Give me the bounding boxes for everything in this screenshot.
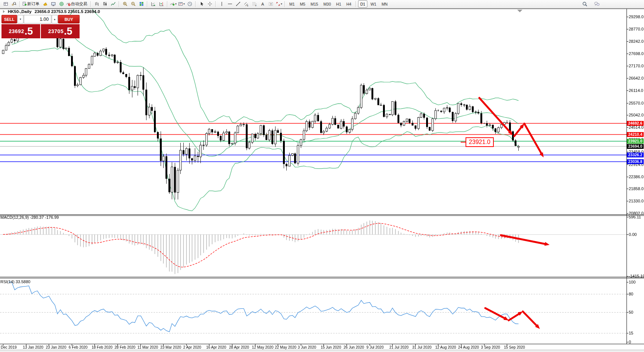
line-chart-icon xyxy=(111,1,116,6)
indicators-list-button[interactable]: ▾ xyxy=(169,0,177,7)
timeframe-m5[interactable]: M5 xyxy=(298,0,308,7)
sell-price-box[interactable]: 23692 .5 xyxy=(1,24,40,38)
timeframe-mn[interactable]: MN xyxy=(379,0,390,7)
horizontal-line-tool-button[interactable] xyxy=(226,0,234,7)
new-order-button[interactable]: 新订单 xyxy=(22,0,41,7)
buy-button[interactable]: BUY xyxy=(58,15,80,23)
periods-clock-button[interactable] xyxy=(186,0,194,7)
zoom-in-icon xyxy=(123,1,128,6)
toolbar-separator xyxy=(147,1,148,7)
chart-shift-button[interactable] xyxy=(157,0,165,7)
line-chart-mode-button[interactable] xyxy=(109,0,117,7)
x-axis-label: 9 Jul 2020 xyxy=(367,345,384,349)
timeframe-m15[interactable]: M15 xyxy=(308,0,320,7)
timeframe-h4[interactable]: H4 xyxy=(344,0,354,7)
zoom-in-button[interactable] xyxy=(121,0,129,7)
fibonacci-icon: F xyxy=(252,1,257,6)
new-order-icon xyxy=(22,1,27,6)
y-axis-label: 21858.0 xyxy=(629,186,644,191)
auto-scroll-icon xyxy=(151,1,156,6)
symbol-period-label: HK50-,Daily xyxy=(8,9,32,14)
x-axis-label: 31 Jul 2020 xyxy=(412,345,432,349)
cursor-tool-button[interactable] xyxy=(197,0,206,7)
templates-button[interactable]: ▾ xyxy=(177,0,186,7)
rsi-axis-label: 0 xyxy=(629,340,631,344)
trendline-tool-button[interactable] xyxy=(234,0,242,7)
chart-canvas[interactable] xyxy=(0,0,644,352)
timeframe-d1[interactable]: D1 xyxy=(358,0,367,7)
terminal-button[interactable] xyxy=(49,0,57,7)
y-axis-label: 22386.0 xyxy=(629,175,644,179)
arrows-icon xyxy=(276,1,280,6)
hline-icon xyxy=(228,1,232,6)
vertical-line-tool-button[interactable] xyxy=(218,0,226,7)
autotrading-label: 自动交易 xyxy=(71,1,87,7)
x-axis-label: 16 Apr 2020 xyxy=(206,345,226,349)
chat-button[interactable] xyxy=(593,0,601,7)
toolbar-separator xyxy=(355,1,356,7)
price-level-badge: 23036.8 xyxy=(627,159,644,164)
templates-icon xyxy=(178,1,183,6)
arrows-tool-button[interactable]: ▾ xyxy=(275,0,283,7)
terminal-icon xyxy=(51,1,56,6)
chevron-down-icon[interactable]: ▾ xyxy=(175,2,177,6)
rsi-indicator-label: RSI(14) 33.5880 xyxy=(0,279,30,284)
timeframe-m1[interactable]: M1 xyxy=(287,0,297,7)
chart-title: HK50-,Daily 23656.0 23753.5 23501.5 2369… xyxy=(3,9,100,14)
signals-button[interactable] xyxy=(57,0,65,7)
y-axis-label: 21330.0 xyxy=(629,199,644,203)
rsi-axis-label: 15 xyxy=(629,331,633,335)
text-tool-button[interactable]: A xyxy=(258,0,267,7)
vline-icon xyxy=(219,1,224,6)
buy-price-main: 23705 xyxy=(48,28,64,34)
buy-price-box[interactable]: 23705 .5 xyxy=(41,24,80,38)
x-axis-label: 21 Jul 2020 xyxy=(389,345,409,349)
bar-chart-mode-button[interactable] xyxy=(93,0,101,7)
rsi-axis-label: 50 xyxy=(629,310,633,314)
fibonacci-tool-button[interactable]: F xyxy=(250,0,258,7)
alerts-button[interactable] xyxy=(41,0,49,7)
crosshair-tool-button[interactable] xyxy=(206,0,214,7)
autotrading-button[interactable]: 自动交易 xyxy=(65,0,89,7)
chevron-down-icon[interactable]: ▾ xyxy=(183,2,185,6)
sell-price-pip: .5 xyxy=(25,26,33,36)
volume-up-spinner[interactable]: ▴ xyxy=(52,15,58,23)
crosshair-icon xyxy=(207,1,212,6)
volume-input[interactable] xyxy=(24,15,51,23)
y-axis-label: 24514.0 xyxy=(629,125,644,129)
macd-axis-label: 0.00 xyxy=(629,232,637,237)
x-axis-label: 12 May 2020 xyxy=(252,345,274,349)
chart-marker-icon xyxy=(3,10,5,13)
timeframe-m30[interactable]: M30 xyxy=(321,0,333,7)
channel-icon: E xyxy=(244,1,249,6)
tile-windows-button[interactable] xyxy=(137,0,145,7)
one-click-trading-panel: SELL ▾ ▴ BUY 23692 .5 23705 .5 xyxy=(1,15,80,38)
text-label-icon: T xyxy=(268,1,273,6)
macd-axis-label: 596.11 xyxy=(629,215,641,219)
search-button[interactable] xyxy=(581,0,589,7)
timeframe-w1[interactable]: W1 xyxy=(368,0,379,7)
text-label-tool-button[interactable]: T xyxy=(267,0,275,7)
auto-scroll-button[interactable] xyxy=(149,0,157,7)
x-axis-label: 3 Sep 2020 xyxy=(481,345,500,349)
equidistant-channel-tool-button[interactable]: E xyxy=(242,0,250,7)
zoom-out-button[interactable] xyxy=(129,0,137,7)
price-level-badge: 23694.0 xyxy=(627,144,644,149)
chevron-down-icon[interactable]: ▾ xyxy=(281,2,282,6)
volume-down-spinner[interactable]: ▾ xyxy=(17,15,23,23)
sell-button[interactable]: SELL xyxy=(1,15,17,23)
alerts-icon xyxy=(43,1,48,6)
profiles-button[interactable] xyxy=(10,0,18,7)
x-axis-label: Dec 2019 xyxy=(1,345,17,349)
toolbar-separator xyxy=(19,1,20,7)
search-icon xyxy=(582,1,587,7)
new-chart-button[interactable] xyxy=(1,0,10,7)
x-axis-label: 15 Sep 2020 xyxy=(504,345,525,349)
svg-text:F: F xyxy=(255,4,257,6)
svg-text:A: A xyxy=(261,2,264,6)
candlestick-mode-button[interactable] xyxy=(101,0,109,7)
ohlc-values: 23656.0 23753.5 23501.5 23694.0 xyxy=(35,9,100,14)
macd-axis-label: -1415.19 xyxy=(629,274,644,278)
timeframe-h1[interactable]: H1 xyxy=(334,0,343,7)
y-axis-label: 27698.0 xyxy=(629,51,644,56)
